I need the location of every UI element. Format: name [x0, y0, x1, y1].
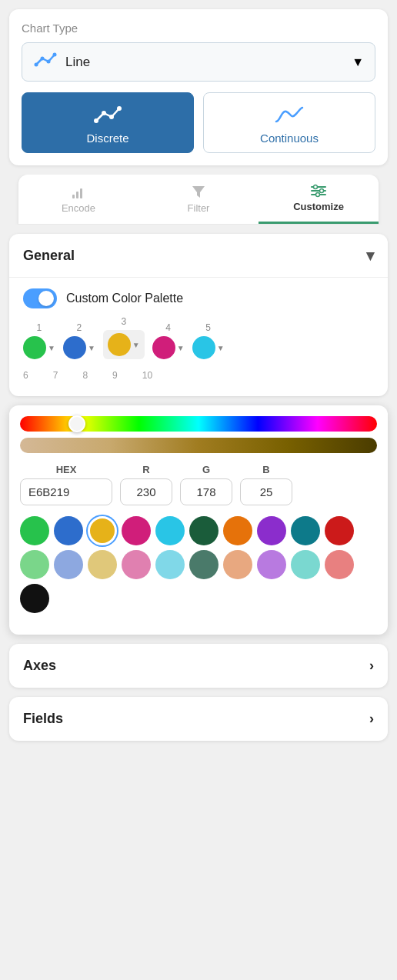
- svg-marker-14: [192, 186, 205, 198]
- preset-swatch-16[interactable]: [223, 550, 252, 579]
- spectrum-bar[interactable]: [20, 416, 377, 432]
- dropdown-arrow-icon: ▼: [352, 55, 364, 69]
- preset-swatch-4[interactable]: [155, 516, 185, 545]
- axes-accordion[interactable]: Axes ›: [9, 644, 388, 688]
- color-swatch-btn-3[interactable]: ▼: [103, 330, 145, 359]
- continuous-label: Continuous: [260, 132, 319, 145]
- tab-customize[interactable]: Customize: [259, 175, 379, 224]
- preset-swatch-19[interactable]: [325, 550, 354, 579]
- swatch-arrow-4: ▼: [177, 344, 185, 352]
- svg-point-20: [316, 193, 320, 197]
- preset-swatch-18[interactable]: [291, 550, 320, 579]
- color-swatch-btn-5[interactable]: ▼: [192, 336, 225, 359]
- preset-grid: [20, 516, 377, 621]
- preset-swatch-8[interactable]: [291, 516, 320, 545]
- preset-swatch-3[interactable]: [122, 516, 151, 545]
- b-input[interactable]: [240, 478, 292, 505]
- fields-accordion[interactable]: Fields ›: [9, 697, 388, 741]
- discrete-icon: [92, 104, 123, 127]
- hex-input[interactable]: [20, 478, 112, 505]
- axes-chevron-icon: ›: [369, 658, 374, 674]
- preset-swatch-5[interactable]: [189, 516, 219, 545]
- preset-swatch-13[interactable]: [122, 550, 151, 579]
- color-circle-4: [152, 336, 175, 359]
- tab-encode-label: Encode: [62, 202, 95, 214]
- preset-swatch-2[interactable]: [88, 516, 117, 545]
- color-num-5: 5: [205, 322, 211, 333]
- color-circle-3: [108, 333, 131, 356]
- encode-icon: [71, 184, 86, 199]
- preset-swatch-14[interactable]: [155, 550, 185, 579]
- tab-customize-label: Customize: [293, 201, 344, 212]
- color-row-2-placeholder: 678910: [9, 367, 388, 382]
- general-header[interactable]: General ▾: [9, 234, 388, 278]
- preset-swatch-0[interactable]: [20, 516, 49, 545]
- r-input[interactable]: [120, 478, 172, 505]
- preset-swatch-7[interactable]: [257, 516, 286, 545]
- g-label: G: [180, 464, 232, 475]
- general-label: General: [23, 248, 75, 264]
- customize-icon: [310, 184, 327, 198]
- color-swatch-btn-1[interactable]: ▼: [23, 336, 55, 359]
- toggle-thumb: [38, 291, 54, 306]
- r-label: R: [120, 464, 172, 475]
- chart-type-dropdown[interactable]: Line ▼: [22, 42, 375, 82]
- palette-toggle-label: Custom Color Palette: [66, 292, 183, 305]
- svg-rect-13: [80, 188, 82, 198]
- preset-swatch-1[interactable]: [54, 516, 83, 545]
- color-circle-2: [63, 336, 86, 359]
- preset-swatch-17[interactable]: [257, 550, 286, 579]
- swatch-arrow-2: ▼: [88, 344, 95, 352]
- preset-swatch-6[interactable]: [223, 516, 252, 545]
- hex-rgb-row: HEX R G B: [20, 464, 377, 505]
- preset-swatch-12[interactable]: [88, 550, 117, 579]
- color-swatch-5: 5 ▼: [192, 322, 225, 359]
- tab-encode[interactable]: Encode: [18, 175, 138, 224]
- g-input[interactable]: [180, 478, 232, 505]
- svg-line-8: [96, 113, 104, 121]
- r-field-wrap: R: [120, 464, 172, 505]
- color-swatch-btn-4[interactable]: ▼: [152, 336, 185, 359]
- chart-type-value: Line: [65, 55, 90, 70]
- tabs-container: Encode Filter Customize: [9, 175, 388, 225]
- preset-swatch-9[interactable]: [325, 516, 354, 545]
- general-chevron-icon: ▾: [366, 246, 374, 265]
- customize-panel: General ▾ Custom Color Palette 1 ▼ 2 ▼ 3: [9, 234, 388, 396]
- color-swatches-row: 1 ▼ 2 ▼ 3 ▼ 4 ▼: [9, 316, 388, 367]
- svg-point-18: [314, 185, 318, 189]
- fields-chevron-icon: ›: [369, 711, 374, 727]
- swatch-arrow-3: ▼: [132, 341, 140, 349]
- color-swatch-4: 4 ▼: [152, 322, 185, 359]
- continuous-button[interactable]: Continuous: [203, 92, 375, 153]
- preset-swatch-15[interactable]: [189, 550, 219, 579]
- tab-filter[interactable]: Filter: [138, 175, 259, 224]
- color-swatch-1: 1 ▼: [23, 322, 55, 359]
- preset-swatch-10[interactable]: [20, 550, 49, 579]
- fields-label: Fields: [23, 711, 63, 727]
- chart-type-label: Chart Type: [22, 22, 375, 35]
- b-field-wrap: B: [240, 464, 292, 505]
- b-label: B: [240, 464, 292, 475]
- spectrum-thumb[interactable]: [68, 415, 85, 432]
- filter-icon: [191, 184, 206, 199]
- color-circle-5: [192, 336, 215, 359]
- preset-swatch-21[interactable]: [54, 584, 83, 613]
- hex-field-wrap: HEX: [20, 464, 112, 505]
- gradient-bar[interactable]: [20, 438, 377, 453]
- axes-label: Axes: [23, 658, 56, 674]
- discrete-button[interactable]: Discrete: [22, 92, 194, 153]
- svg-line-10: [112, 108, 119, 117]
- swatch-arrow-5: ▼: [217, 344, 225, 352]
- custom-palette-toggle[interactable]: [23, 288, 57, 308]
- continuous-icon: [274, 104, 305, 127]
- swatch-arrow-1: ▼: [48, 344, 55, 352]
- color-swatch-btn-2[interactable]: ▼: [63, 336, 95, 359]
- preset-swatch-11[interactable]: [54, 550, 83, 579]
- color-num-4: 4: [165, 322, 171, 333]
- discrete-label: Discrete: [86, 132, 128, 145]
- preset-swatch-20[interactable]: [20, 584, 49, 613]
- color-circle-1: [23, 336, 46, 359]
- svg-rect-11: [72, 195, 75, 198]
- svg-rect-12: [76, 192, 78, 198]
- color-num-3: 3: [121, 316, 126, 327]
